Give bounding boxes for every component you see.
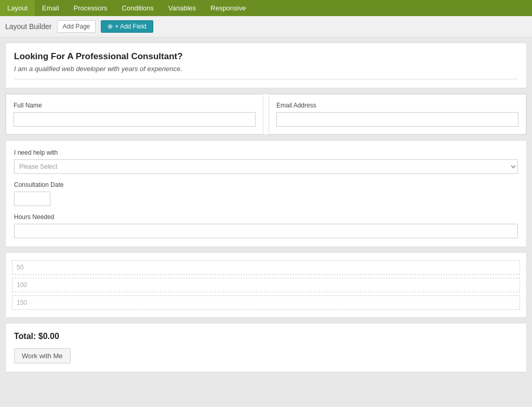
single-fields-section: I need help with Please Select Consultat… (5, 140, 527, 247)
email-field-box: Email Address (269, 94, 526, 134)
help-with-group: I need help with Please Select (14, 149, 518, 174)
help-with-label: I need help with (14, 149, 518, 156)
add-page-button[interactable]: Add Page (57, 20, 96, 33)
main-content: Looking For A Professional Consultant? I… (0, 37, 532, 377)
help-with-select[interactable]: Please Select (14, 159, 518, 174)
hours-needed-group: Hours Needed (14, 213, 518, 238)
email-label: Email Address (276, 102, 518, 109)
dashed-row-3: 150 (12, 295, 520, 310)
total-section: Total: $0.00 Work with Me (5, 323, 527, 372)
full-name-label: Full Name (14, 102, 256, 109)
full-name-input[interactable] (14, 112, 256, 127)
two-col-section: Full Name Email Address (5, 93, 527, 135)
dashed-row-1-value: 50 (17, 264, 23, 271)
email-input[interactable] (276, 112, 518, 127)
consult-date-input[interactable] (14, 192, 50, 206)
dashed-section: 50 100 150 (5, 252, 527, 318)
hero-divider (14, 79, 518, 79)
consult-date-group: Consultation Date (14, 181, 518, 206)
dashed-row-3-value: 150 (17, 299, 27, 306)
layout-builder-title: Layout Builder (5, 22, 52, 31)
add-field-icon: ⊕ (108, 23, 113, 30)
dashed-row-2-value: 100 (17, 281, 27, 289)
nav-item-variables[interactable]: Variables (161, 0, 203, 16)
top-nav: Layout Email Processors Conditions Varia… (0, 0, 532, 16)
sub-header: Layout Builder Add Page ⊕ + Add Field (0, 16, 532, 37)
dashed-row-2: 100 (12, 278, 520, 292)
add-field-label: + Add Field (115, 23, 146, 30)
work-with-me-button[interactable]: Work with Me (14, 348, 71, 363)
nav-item-conditions[interactable]: Conditions (115, 0, 161, 16)
total-label: Total: $0.00 (14, 332, 518, 341)
consult-date-label: Consultation Date (14, 181, 518, 188)
hours-needed-label: Hours Needed (14, 213, 518, 221)
nav-item-processors[interactable]: Processors (66, 0, 115, 16)
dashed-row-1: 50 (12, 260, 520, 275)
nav-item-email[interactable]: Email (35, 0, 66, 16)
nav-item-layout[interactable]: Layout (0, 0, 35, 16)
add-field-button[interactable]: ⊕ + Add Field (101, 20, 153, 33)
full-name-field-box: Full Name (6, 94, 263, 134)
hero-section: Looking For A Professional Consultant? I… (5, 43, 527, 88)
hours-needed-input[interactable] (14, 224, 518, 238)
nav-item-responsive[interactable]: Responsive (203, 0, 253, 16)
two-col-row: Full Name Email Address (6, 94, 526, 134)
hero-subtitle: I am a qualified web developer with year… (14, 65, 518, 73)
hero-title: Looking For A Professional Consultant? (14, 51, 518, 62)
